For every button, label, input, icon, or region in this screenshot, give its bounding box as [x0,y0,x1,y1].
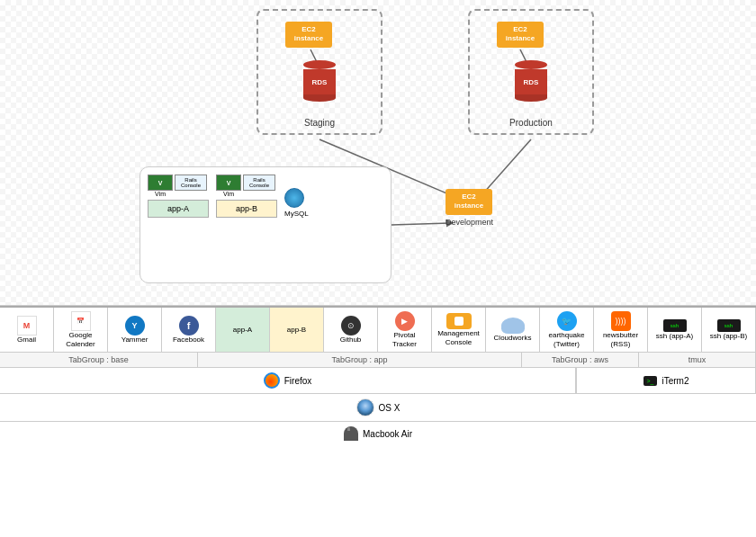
app-a-label: app-A [233,326,252,335]
app-b-bar: app-B [216,200,277,218]
dev-ec2-box: EC2instance [446,189,492,215]
bottom-table: M Gmail 📅 GoogleCalender Y Yammer f Face… [0,306,756,445]
vim-icon-a: V [148,175,173,191]
yammer-icon: Y [125,316,145,336]
mysql-label: MySQL [284,210,309,218]
facebook-label: Facebook [173,336,204,345]
osx-icon [356,398,374,416]
ssh-app-b-icon: ssh [717,319,741,332]
rails-console-b: RailsConsole [243,175,275,191]
staging-ec2-label: EC2 instance [291,25,327,44]
production-ec2-label: EC2instance [502,25,538,44]
cloudworks-icon [501,318,525,334]
tab-ssh-app-a[interactable]: ssh ssh (app-A) [648,308,702,352]
tmux-label: tmux [639,353,756,367]
dev-ec2-label: EC2instance [451,192,487,211]
dev-label: Development [446,218,493,227]
firefox-icon [264,372,280,389]
staging-label: Staging [258,118,381,128]
ssh-app-a-label: ssh (app-A) [656,332,693,341]
iterm2-icon: >_ [644,376,658,386]
mysql-section: MySQL [284,188,309,218]
base-group-label: TabGroup : base [0,353,198,367]
app-group-label: TabGroup : app [198,353,522,367]
production-box: EC2instance RDS Production [468,9,594,135]
cloudworks-label: Cloudworks [494,334,532,343]
app-b-section: V Vim RailsConsole app-B [216,175,277,218]
iterm2-cell: >_ iTerm2 [576,368,756,393]
vim-icon-b: V [216,175,241,191]
browser-row: Firefox >_ iTerm2 [0,368,756,394]
os-label: OS X [379,403,400,413]
pivotal-tracker-label: Pivotal Tracker [383,331,426,348]
production-ec2: EC2instance [497,22,544,48]
firefox-label: Firefox [284,376,312,386]
github-icon: ⊙ [341,316,361,336]
rss-icon: )))) [611,311,631,331]
mysql-icon [284,188,304,208]
group-row: TabGroup : base TabGroup : app TabGroup … [0,353,756,368]
os-row: OS X [0,394,756,422]
production-label: Production [470,118,592,128]
app-a-bar: app-A [148,200,209,218]
ssh-app-b-label: ssh (app-B) [710,332,747,341]
tab-pivotal-tracker[interactable]: ▶ Pivotal Tracker [378,308,432,352]
aws-group-label: TabGroup : aws [522,353,639,367]
tab-app-a[interactable]: app-A [216,308,270,352]
tab-row: M Gmail 📅 GoogleCalender Y Yammer f Face… [0,308,756,353]
app-a-section: V Vim RailsConsole app-A [148,175,209,218]
facebook-icon: f [179,316,199,336]
gmail-label: Gmail [17,336,36,345]
vim-label-b: Vim [216,191,241,197]
staging-rds: RDS [303,60,336,102]
rails-console-a: RailsConsole [175,175,207,191]
tab-google-calendar[interactable]: 📅 GoogleCalender [54,308,108,352]
hardware-row: Macbook Air [0,422,756,445]
hardware-label: Macbook Air [363,429,412,439]
production-rds: RDS [515,60,547,102]
iterm2-label: iTerm2 [662,376,688,386]
ssh-app-a-icon: ssh [663,319,687,332]
tab-cloudworks[interactable]: Cloudworks [486,308,540,352]
staging-rds-label: RDS [303,69,336,94]
tab-facebook[interactable]: f Facebook [162,308,216,352]
earthquake-icon: 🐦 [557,311,577,331]
tab-github[interactable]: ⊙ Github [324,308,378,352]
staging-box: EC2 instance RDS Staging [256,9,382,135]
tab-earthquake[interactable]: 🐦 earthquake (Twitter) [540,308,594,352]
production-rds-label: RDS [515,69,547,94]
gcal-label: GoogleCalender [66,331,94,348]
tab-yammer[interactable]: Y Yammer [108,308,162,352]
vim-label-a: Vim [148,191,173,197]
diagram-area: EC2 instance RDS Staging EC2instance [0,0,756,306]
pivotal-tracker-icon: ▶ [395,311,415,331]
yammer-label: Yammer [122,336,148,345]
gmail-icon: M [17,316,37,336]
newsbutter-label: newsbutter (RSS) [599,331,642,348]
main-container: EC2 instance RDS Staging EC2instance [0,0,756,445]
earthquake-label: earthquake (Twitter) [545,331,588,348]
tab-management-console[interactable]: Management Console [432,308,486,352]
gcal-icon: 📅 [71,311,91,331]
tab-ssh-app-b[interactable]: ssh ssh (app-B) [702,308,756,352]
firefox-cell: Firefox [0,368,576,393]
svg-line-4 [392,223,450,225]
tab-app-b[interactable]: app-B [270,308,324,352]
tab-newsbutter[interactable]: )))) newsbutter (RSS) [594,308,648,352]
tab-gmail[interactable]: M Gmail [0,308,54,352]
dev-ec2-container: EC2instance Development [446,189,493,227]
dev-outer-box: V Vim RailsConsole app-A [140,166,392,283]
staging-ec2: EC2 instance [285,22,332,48]
mgmt-console-label: Management Console [437,329,480,346]
apple-icon [344,426,358,441]
github-label: Github [340,336,362,345]
mgmt-console-icon [446,313,472,329]
app-b-label: app-B [287,326,306,335]
